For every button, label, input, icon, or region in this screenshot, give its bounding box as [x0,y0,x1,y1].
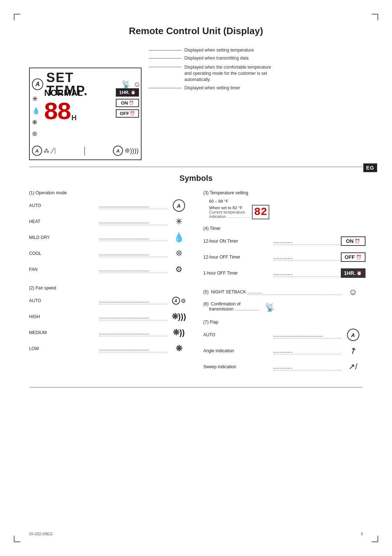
angle-sym: ↗ [347,345,359,357]
dots-on-timer: ............ [273,238,342,245]
annotation-area: Displayed when setting temperature Displ… [149,48,272,93]
sym-label-fan-high: HIGH [29,314,98,319]
cool-icon-disp: ❄ [32,118,40,126]
fan3-sym: ⚙ [175,265,183,274]
ann-3: Displayed when the comfortable temperatu… [149,64,272,82]
dots-fan-low: ............................... [99,345,168,352]
temp-section-title: (3) Temperature setting 60 – 88 °F [203,190,363,203]
sym-label-fan: FAN [29,267,98,272]
fan-icon-disp: ❊ [32,130,40,138]
sym-label-milddry: MILD DRY [29,235,98,240]
page-title: Remote Control Unit (Display) [29,25,363,37]
lcd-h-suffix: H [72,114,77,122]
ann-line-2 [149,58,181,58]
section-rule-bottom [29,387,363,387]
dots-fan-auto: ............................... [99,297,168,304]
dots-milddry: ............................... [99,234,168,241]
ann-text-3: Displayed when the comfortable temperatu… [184,64,272,82]
timer-title: (4) Timer [203,226,363,231]
on-box-disp: ON ⏰ [116,99,139,107]
auto-fan-circle: A [172,297,180,305]
drop-icon-disp: 💧 [32,107,40,115]
sym-row-heat: HEAT ............................... ✳ [29,215,189,228]
signal-sym: 📡 [265,303,275,312]
lcd-digits: 88 [44,100,70,125]
drop-icon-sym: 💧 [173,232,184,243]
auto-circle-top: A [32,78,43,90]
sym-label-fan-medium: MEDIUM [29,330,98,335]
sun-icon-sym: ✳ [175,216,183,227]
auto-fan-combo-sym: A ⚙ [172,297,186,305]
lcd-82-sym: 82 [252,205,269,219]
sym-row-1hr-timer: 1-hour OFF Timer ............ 1HR. ⏰ [203,267,363,280]
temp-indication: indication ................ [209,214,250,219]
sym-row-sweep: Sweep indication ............ ↗/ [203,360,363,373]
sym-icon-heat: ✳ [169,216,189,227]
sym-row-on-timer: 12-hour ON Timer ............ ON ⏰ [203,235,363,248]
sym-row-milddry: MILD DRY ...............................… [29,231,189,244]
auto-fan-right: A ❊)))) [113,146,139,156]
off-timer-label: OFF [345,254,355,260]
sym-label-1hr-timer: 1-hour OFF Timer [203,271,272,276]
footer-left: OI-202-09EG [29,532,53,536]
dots-fan-high: ............................... [99,313,168,320]
1hr-timer-label: 1HR. [344,270,356,276]
on-timer-clock: ⏰ [355,239,360,244]
dots-sweep: ............ [273,364,342,370]
sym-icon-auto-mode: A [169,199,189,212]
sym-row-off-timer: 12-hour OFF Timer ............ OFF ⏰ [203,251,363,264]
spacer-3 [203,283,363,285]
sym-label-on-timer: 12-hour ON Timer [203,239,272,244]
symbols-title: Symbols [29,174,363,183]
eg-badge: EG [363,163,377,172]
dots-fan-medium: ............................... [99,329,168,336]
page-footer: OI-202-09EG 9 [29,532,363,536]
sym-row-night-setback: (5) NIGHT SETBACK ............ ☺ [203,285,363,299]
corner-tr [372,14,378,20]
ann-4: Displayed when setting timer [149,85,272,90]
1hr-label-disp: 1HR. [119,90,130,95]
ann-2: Displayed when transmitting data [149,56,272,61]
snowflake-sym: ❊ [176,249,182,258]
dots-auto-mode: ............................... [99,202,168,209]
fan-sym-auto: ⚙ [181,297,186,304]
sym-row-fan-high: HIGH ............................... ❊))… [29,310,189,323]
sym-icon-off-timer: OFF ⏰ [343,252,363,262]
right-timer-boxes: 1HR. ⏰ ON ⏰ OFF ⏰ [116,88,139,118]
sym-icon-fan-auto: A ⚙ [169,297,189,305]
ann-line-1 [149,50,181,50]
footer-right: 9 [361,532,363,536]
ann-1: Displayed when setting temperature [149,48,272,53]
corner-bl [14,536,20,542]
dots-1hr-timer: ............ [273,270,342,277]
left-icons: ✳ 💧 ❄ ❊ [32,94,40,138]
dots-fan: ............................... [99,266,168,273]
sym-label-sweep: Sweep indication [203,364,272,369]
conf-title: (6) Confirmation of [203,301,260,307]
ann-text-1: Displayed when setting temperature [184,48,254,53]
sym-row-angle: Angle indication ............ ↗ [203,344,363,357]
remote-display-inner: A SET TEMP. 📡 ☺ NORMAL ✳ 💧 ❄ ❊ [29,68,142,160]
ann-line-4 [149,88,181,88]
sym-row-fan-low: LOW ............................... ❊ [29,342,189,355]
sym-row-fan: FAN ............................... ⚙ [29,263,189,276]
sym-row-fan-medium: MEDIUM ............................... ❊… [29,326,189,339]
fan-high-waves: ❊)))) [124,147,139,155]
sym-icon-fan-high: ❊))) [169,312,189,321]
sym-label-angle: Angle indication [203,348,272,353]
sym-label-fan-low: LOW [29,346,98,351]
diagram-section: Displayed when setting temperature Displ… [29,48,363,160]
sym-icon-signal: 📡 [260,303,280,312]
sym-label-temp: When set to 82 °F Current temperature in… [203,206,250,219]
temp-when-label: When set to 82 °F [209,206,250,210]
sym-row-cool: COOL ............................... ❊ [29,247,189,260]
spacer-2 [203,222,363,226]
temp-dots-row: Current temperature [209,210,250,214]
separator: │ [83,147,87,155]
off-label-disp: OFF [120,111,129,116]
auto-circle-fan: A [32,146,42,156]
sym-icon-sweep: ↗/ [343,362,363,372]
temp-title-text: (3) Temperature setting [203,190,363,195]
sym-label-off-timer: 12-hour OFF Timer [203,255,272,260]
sym-row-fan-auto: AUTO ............................... A ⚙ [29,294,189,307]
